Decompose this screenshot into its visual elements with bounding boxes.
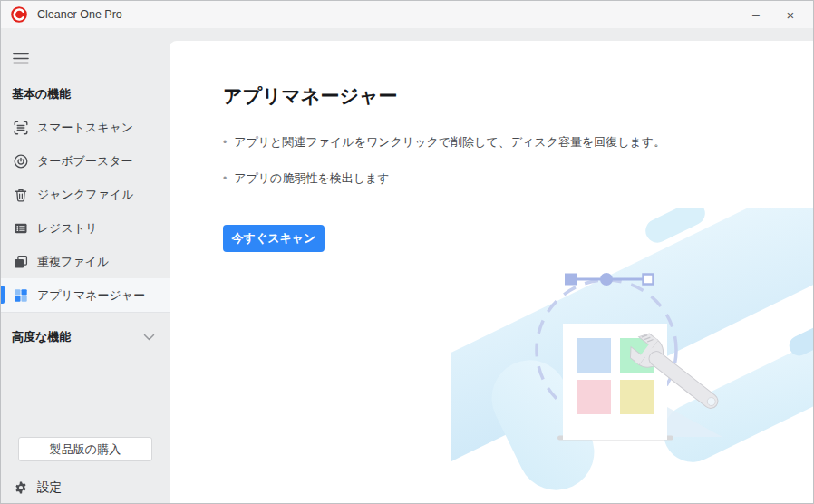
settings-label: 設定 — [37, 480, 62, 496]
sidebar-item-turbo-booster[interactable]: ターボブースター — [1, 144, 170, 178]
sidebar-section-basic: 基本の機能 — [12, 86, 71, 102]
scan-now-button[interactable]: 今すぐスキャン — [223, 225, 325, 252]
sidebar-item-label: ジャンクファイル — [37, 187, 133, 203]
feature-bullet: アプリの脆弱性を検出します — [223, 171, 665, 186]
buy-full-version-button[interactable]: 製品版の購入 — [18, 437, 152, 461]
sidebar-item-label: ターボブースター — [37, 153, 133, 170]
feature-bullet: アプリと関連ファイルをワンクリックで削除して、ディスク容量を回復します。 — [223, 135, 665, 150]
sidebar-item-label: スマートスキャン — [37, 120, 133, 136]
sidebar-nav: スマートスキャン ターボブースター — [1, 111, 170, 313]
titlebar: Cleaner One Pro – × — [1, 1, 813, 28]
junk-files-icon — [14, 188, 28, 202]
registry-icon — [14, 221, 28, 236]
app-window: Cleaner One Pro – × 基本の機能 スマートスキ — [0, 0, 814, 504]
chevron-down-icon — [143, 334, 155, 342]
sidebar-item-label: 重複ファイル — [37, 254, 109, 270]
app-manager-icon — [14, 288, 28, 303]
sidebar-item-duplicate-files[interactable]: 重複ファイル — [1, 245, 170, 278]
main-panel: アプリマネージャー アプリと関連ファイルをワンクリックで削除して、ディスク容量を… — [170, 41, 813, 503]
gear-icon — [14, 480, 28, 495]
turbo-booster-icon — [14, 154, 28, 169]
sidebar: 基本の機能 スマートスキャン — [1, 28, 170, 503]
sidebar-item-app-manager[interactable]: アプリマネージャー — [1, 278, 170, 313]
sidebar-item-junk-files[interactable]: ジャンクファイル — [1, 178, 170, 211]
sidebar-item-label: レジストリ — [37, 220, 98, 237]
feature-bullets: アプリと関連ファイルをワンクリックで削除して、ディスク容量を回復します。 アプリ… — [223, 135, 665, 208]
app-manager-illustration — [451, 208, 813, 503]
window-title: Cleaner One Pro — [37, 8, 122, 21]
sidebar-item-smart-scan[interactable]: スマートスキャン — [1, 111, 170, 144]
sidebar-item-settings[interactable]: 設定 — [1, 476, 170, 499]
minimize-button[interactable]: – — [741, 1, 771, 28]
smart-scan-icon — [14, 121, 28, 135]
close-button[interactable]: × — [775, 1, 806, 28]
duplicate-files-icon — [14, 255, 28, 269]
sidebar-item-registry[interactable]: レジストリ — [1, 211, 170, 245]
sidebar-item-label: アプリマネージャー — [37, 287, 145, 304]
sidebar-section-advanced[interactable]: 高度な機能 — [1, 325, 170, 349]
sidebar-section-advanced-label: 高度な機能 — [12, 329, 71, 345]
page-title: アプリマネージャー — [223, 83, 397, 109]
menu-icon[interactable] — [13, 53, 29, 64]
app-logo-icon — [10, 5, 28, 24]
